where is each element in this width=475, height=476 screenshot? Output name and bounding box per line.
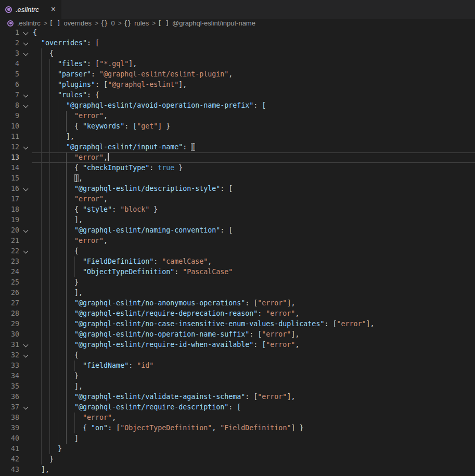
code-token: } [174, 164, 183, 172]
code-token: { [83, 424, 91, 432]
breadcrumb-item-eslintrc[interactable]: .eslintrc [7, 19, 42, 27]
code-token: "@graphql-eslint/description-style" [74, 185, 220, 192]
code-token: "error" [266, 341, 295, 349]
code-line[interactable]: 30 "@graphql-eslint/no-operation-name-su… [0, 329, 475, 340]
code-line[interactable]: 3 { [0, 48, 475, 59]
code-line[interactable]: 22 { [0, 246, 475, 256]
code-line[interactable]: 8 "@graphql-eslint/avoid-operation-name-… [0, 100, 475, 111]
code-line[interactable]: 1{ [0, 28, 475, 38]
code-token: "fieldName" [83, 362, 129, 369]
code-line[interactable]: 25 } [0, 277, 475, 288]
code-line[interactable]: 6 "plugins": ["@graphql-eslint"], [0, 80, 475, 90]
fold-chevron-icon[interactable] [23, 249, 29, 254]
code-line[interactable]: 17 "error", [0, 194, 475, 204]
breadcrumb-label: .eslintrc [17, 19, 41, 27]
code-line[interactable]: 31 "@graphql-eslint/require-id-when-avai… [0, 340, 475, 350]
line-number: 32 [0, 350, 19, 361]
code-token: , [212, 424, 220, 432]
code-line[interactable]: 26 ], [0, 288, 475, 298]
code-line[interactable]: 21 "error", [0, 236, 475, 246]
code-token: : { [87, 91, 99, 99]
code-line[interactable]: 16 "@graphql-eslint/description-style": … [0, 184, 475, 194]
breadcrumb-label: @graphql-eslint/input-name [172, 19, 255, 27]
code-line[interactable]: 20 "@graphql-eslint/naming-convention": … [0, 225, 475, 236]
code-token: ], [74, 382, 83, 390]
code-line[interactable]: 32 { [0, 350, 475, 361]
code-token: : [258, 310, 266, 317]
code-token: , [104, 112, 108, 120]
code-line[interactable]: 14 { "checkInputType": true } [0, 163, 475, 173]
fold-chevron-icon[interactable] [23, 103, 29, 108]
code-line[interactable]: 10 { "keywords": ["get"] } [0, 121, 475, 132]
code-token: "error" [74, 112, 104, 120]
code-token: "checkInputType" [83, 164, 149, 172]
code-text: "fieldName": "id" [33, 361, 153, 371]
fold-chevron-icon[interactable] [23, 186, 29, 191]
code-line[interactable]: 36 "@graphql-eslint/validate-against-sch… [0, 392, 475, 402]
code-token: ] } [158, 122, 170, 130]
fold-chevron-icon[interactable] [23, 30, 29, 35]
code-line[interactable]: 19 ], [0, 215, 475, 225]
breadcrumb-item-overrides[interactable]: [ ] overrides [49, 19, 93, 27]
code-line[interactable]: 7 "rules": { [0, 90, 475, 100]
code-token: "files" [58, 60, 87, 68]
fold-chevron-icon[interactable] [23, 145, 29, 150]
fold-chevron-icon[interactable] [23, 51, 29, 56]
line-number: 16 [0, 184, 19, 194]
chevron-right-icon: > [44, 20, 47, 27]
code-token: : [ [87, 60, 99, 68]
eslint-file-icon [5, 6, 12, 13]
code-line[interactable]: 27 "@graphql-eslint/no-anonymous-operati… [0, 298, 475, 308]
breadcrumb-item-0[interactable]: {} 0 [100, 19, 116, 27]
fold-chevron-icon[interactable] [23, 41, 29, 46]
code-line[interactable]: 24 "ObjectTypeDefinition": "PascalCase" [0, 267, 475, 277]
code-line[interactable]: 12 "@graphql-eslint/input-name": [ [0, 142, 475, 152]
symbol-object-icon: {} [124, 20, 131, 27]
fold-chevron-icon[interactable] [23, 342, 29, 348]
code-token: , [295, 341, 299, 349]
fold-chevron-icon[interactable] [23, 405, 29, 410]
code-line[interactable]: 15 ], [0, 173, 475, 184]
line-number: 31 [0, 340, 19, 350]
code-token: : [ [124, 122, 137, 130]
code-line[interactable]: 41 } [0, 444, 475, 454]
code-text: "@graphql-eslint/avoid-operation-name-pr… [33, 100, 266, 111]
close-icon[interactable]: × [50, 5, 56, 14]
code-line[interactable]: 5 "parser": "@graphql-eslint/eslint-plug… [0, 69, 475, 80]
breadcrumb-item-input-name[interactable]: [ ] @graphql-eslint/input-name [158, 19, 256, 27]
code-line[interactable]: 33 "fieldName": "id" [0, 361, 475, 371]
code-text: { [33, 246, 79, 256]
code-line[interactable]: 18 { "style": "block" } [0, 204, 475, 215]
code-line[interactable]: 23 "FieldDefinition": "camelCase", [0, 256, 475, 267]
code-token: "style" [83, 205, 112, 213]
code-line[interactable]: 43 ], [0, 465, 475, 475]
code-token: } [58, 445, 62, 453]
code-token: "error" [258, 393, 287, 401]
code-line[interactable]: 2 "overrides": [ [0, 38, 475, 48]
code-line[interactable]: 39 { "on": ["ObjectTypeDefinition", "Fie… [0, 423, 475, 433]
code-editor[interactable]: 1{2 "overrides": [3 {4 "files": ["*.gql"… [0, 28, 475, 476]
code-line[interactable]: 29 "@graphql-eslint/no-case-insensitive-… [0, 319, 475, 329]
code-line[interactable]: 38 "error", [0, 413, 475, 423]
code-token: ], [178, 81, 187, 88]
tab-eslintrc[interactable]: .eslintrc × [0, 0, 61, 19]
code-line[interactable]: 28 "@graphql-eslint/require-deprecation-… [0, 308, 475, 319]
code-line[interactable]: 42 } [0, 454, 475, 465]
code-token: : [ [220, 185, 233, 192]
code-line[interactable]: 35 ], [0, 381, 475, 392]
fold-chevron-icon[interactable] [23, 353, 29, 358]
code-line[interactable]: 34 } [0, 371, 475, 381]
code-line[interactable]: 13 "error", [0, 152, 475, 163]
code-line[interactable]: 37 "@graphql-eslint/require-description"… [0, 402, 475, 413]
code-line[interactable]: 9 "error", [0, 111, 475, 121]
code-line[interactable]: 40 ] [0, 433, 475, 444]
code-token: } [49, 455, 54, 463]
fold-chevron-icon[interactable] [23, 93, 29, 98]
breadcrumb-item-rules[interactable]: {} rules [124, 19, 150, 27]
code-line[interactable]: 4 "files": ["*.gql"], [0, 59, 475, 69]
fold-chevron-icon[interactable] [23, 228, 29, 233]
code-token: ], [287, 299, 295, 307]
code-line[interactable]: 11 ], [0, 132, 475, 142]
code-token: : [183, 143, 191, 151]
code-token: "rules" [58, 91, 87, 99]
